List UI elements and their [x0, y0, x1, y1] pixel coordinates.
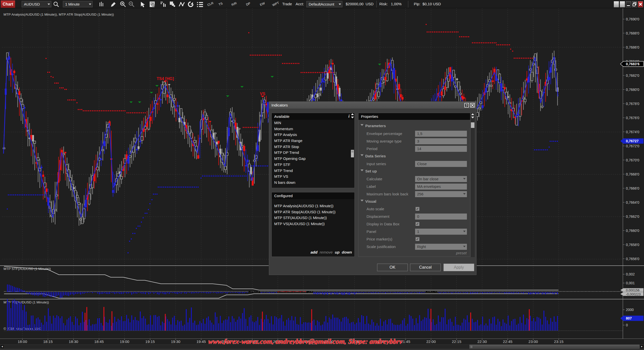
- svg-text:2000: 2000: [626, 308, 634, 312]
- svg-text:0,7656'0: 0,7656'0: [626, 257, 639, 261]
- svg-text:VS: VS: [260, 92, 265, 96]
- svg-text:19:30: 19:30: [171, 339, 180, 344]
- svg-text:0,002: 0,002: [626, 272, 635, 276]
- svg-text:23:15: 23:15: [554, 339, 564, 344]
- svg-text:18:45: 18:45: [94, 339, 104, 344]
- svg-text:18:15: 18:15: [43, 339, 53, 344]
- svg-text:23:00: 23:00: [529, 339, 538, 344]
- svg-text:22:00: 22:00: [426, 339, 436, 344]
- svg-text:19:45: 19:45: [196, 339, 206, 344]
- svg-text:0,7678'0: 0,7678'0: [626, 102, 639, 106]
- svg-text:22:30: 22:30: [477, 339, 487, 344]
- svg-text:807: 807: [626, 316, 632, 320]
- svg-text:0,7683'6: 0,7683'6: [626, 62, 639, 66]
- svg-text:MTP VS(AUDUSD (1 Minute)): MTP VS(AUDUSD (1 Minute)): [4, 300, 49, 304]
- svg-text:0,7658'0: 0,7658'0: [626, 243, 639, 247]
- svg-text:MTP STF(AUDUSD (1 Minute)): MTP STF(AUDUSD (1 Minute)): [4, 267, 51, 271]
- svg-text:0,7686'0: 0,7686'0: [626, 45, 639, 49]
- svg-text:0,7672'0: 0,7672'0: [626, 144, 639, 148]
- svg-text:18:00: 18:00: [18, 339, 27, 344]
- svg-text:0,7690'0: 0,7690'0: [626, 17, 639, 21]
- svg-text:0,76727: 0,76727: [626, 139, 639, 143]
- svg-text:18:30: 18:30: [69, 339, 78, 344]
- svg-text:0.000156: 0.000156: [626, 288, 639, 292]
- svg-text:0: 0: [626, 323, 628, 327]
- svg-text:0,7680'0: 0,7680'0: [626, 88, 639, 92]
- svg-text:0,7666'0: 0,7666'0: [626, 186, 639, 190]
- svg-text:0,7676'0: 0,7676'0: [626, 116, 639, 120]
- svg-text:22:15: 22:15: [452, 339, 461, 344]
- svg-text:19:15: 19:15: [145, 339, 155, 344]
- svg-text:0,7682'0: 0,7682'0: [626, 74, 639, 78]
- svg-text:TS4 [HG]: TS4 [HG]: [157, 77, 174, 81]
- svg-text:0,7668'0: 0,7668'0: [626, 172, 639, 176]
- svg-text:0,001: 0,001: [626, 281, 635, 285]
- svg-text:0,7660'0: 0,7660'0: [626, 229, 639, 233]
- svg-text:0,7688'0: 0,7688'0: [626, 31, 639, 35]
- svg-text:0,7674'0: 0,7674'0: [626, 130, 639, 134]
- svg-text:22:45: 22:45: [503, 339, 512, 344]
- svg-text:-0,000223: -0,000223: [626, 292, 641, 296]
- svg-text:0,7662'0: 0,7662'0: [626, 215, 639, 219]
- svg-text:0,7670'0: 0,7670'0: [626, 158, 639, 162]
- svg-text:MTP Analysis(AUDUSD (1 Minute): MTP Analysis(AUDUSD (1 Minute)), MTP ATR…: [4, 13, 114, 16]
- svg-text:19:00: 19:00: [120, 339, 129, 344]
- svg-text:0,7664'0: 0,7664'0: [626, 200, 639, 204]
